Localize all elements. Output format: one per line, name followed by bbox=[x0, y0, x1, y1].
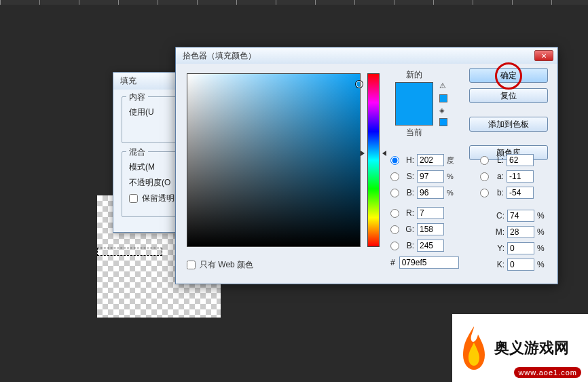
unit-y: % bbox=[537, 244, 544, 253]
warnings: ⚠ ◈ bbox=[439, 81, 447, 126]
new-label: 新的 bbox=[390, 69, 438, 81]
radio-r[interactable] bbox=[390, 209, 399, 218]
hex-input[interactable] bbox=[399, 256, 459, 269]
add-swatch-button[interactable]: 添加到色板 bbox=[469, 117, 548, 132]
radio-bc[interactable] bbox=[390, 242, 399, 250]
web-only-row: 只有 Web 颜色 bbox=[187, 259, 253, 271]
unit-bv: % bbox=[447, 189, 456, 197]
brand-url: www.aoe1.com bbox=[514, 367, 581, 378]
label-m: M: bbox=[495, 227, 504, 237]
label-a: a: bbox=[493, 172, 504, 181]
gamut-swatch[interactable] bbox=[439, 94, 447, 102]
radio-l[interactable] bbox=[480, 156, 489, 165]
web-only-label: 只有 Web 颜色 bbox=[200, 259, 253, 271]
cube-icon[interactable]: ◈ bbox=[439, 107, 447, 114]
ok-button[interactable]: 确定 bbox=[469, 68, 548, 83]
reset-button[interactable]: 复位 bbox=[469, 88, 548, 103]
ruler bbox=[0, 0, 588, 5]
radio-b[interactable] bbox=[480, 189, 489, 197]
input-b[interactable] bbox=[507, 187, 534, 199]
label-h: H: bbox=[403, 155, 414, 165]
hex-row: # bbox=[390, 256, 459, 269]
picker-buttons: 确定 复位 添加到色板 颜色库 bbox=[469, 68, 548, 160]
input-s[interactable] bbox=[417, 170, 444, 183]
label-r: R: bbox=[403, 208, 414, 218]
radio-bv[interactable] bbox=[390, 189, 399, 197]
color-preview: 新的 当前 bbox=[390, 68, 438, 140]
picker-title: 拾色器（填充颜色） bbox=[183, 50, 256, 62]
input-l[interactable] bbox=[507, 154, 534, 166]
label-b: b: bbox=[493, 188, 504, 197]
color-picker-dialog: 拾色器（填充颜色） ✕ 新的 当前 ⚠ ◈ 确定 复位 添加到色板 bbox=[175, 47, 558, 284]
lab-group: L: a: b: bbox=[480, 152, 534, 201]
web-only-checkbox[interactable] bbox=[187, 261, 196, 269]
hue-slider[interactable] bbox=[367, 73, 380, 247]
label-c: C: bbox=[495, 211, 504, 221]
label-bv: B: bbox=[403, 188, 414, 197]
cmyk-group: C:% M:% Y:% K:% bbox=[495, 208, 544, 273]
saturation-value-field[interactable] bbox=[187, 73, 361, 247]
unit-m: % bbox=[537, 227, 544, 237]
radio-a[interactable] bbox=[480, 172, 489, 181]
websafe-swatch[interactable] bbox=[439, 118, 447, 126]
use-label: 使用(U bbox=[129, 107, 154, 118]
input-y[interactable] bbox=[507, 242, 534, 254]
brand-name: 奥义游戏网 bbox=[494, 338, 569, 358]
hex-hash: # bbox=[390, 258, 395, 267]
input-m[interactable] bbox=[507, 226, 534, 238]
close-button[interactable]: ✕ bbox=[534, 50, 553, 61]
fill-content-legend: 内容 bbox=[126, 92, 148, 103]
fill-blend-legend: 混合 bbox=[126, 147, 148, 158]
current-label: 当前 bbox=[390, 127, 438, 138]
label-s: S: bbox=[403, 172, 414, 181]
unit-c: % bbox=[537, 211, 544, 221]
radio-h[interactable] bbox=[390, 156, 399, 165]
swatch-new bbox=[396, 83, 433, 104]
preserve-transparency-checkbox[interactable] bbox=[129, 194, 138, 203]
input-r[interactable] bbox=[417, 207, 444, 219]
opacity-label: 不透明度(O bbox=[129, 177, 170, 189]
gamut-warning-icon[interactable]: ⚠ bbox=[439, 81, 447, 90]
label-l: L: bbox=[493, 155, 504, 165]
radio-s[interactable] bbox=[390, 172, 399, 181]
watermark: 奥义游戏网 www.aoe1.com bbox=[452, 314, 588, 382]
input-bv[interactable] bbox=[417, 187, 444, 199]
label-g: G: bbox=[403, 225, 414, 234]
input-bc[interactable] bbox=[417, 240, 444, 252]
flame-icon bbox=[458, 324, 490, 373]
sv-cursor bbox=[356, 81, 363, 88]
label-k: K: bbox=[495, 260, 504, 269]
input-h[interactable] bbox=[417, 154, 444, 166]
input-k[interactable] bbox=[507, 259, 534, 271]
label-y: Y: bbox=[495, 244, 504, 253]
unit-h: 度 bbox=[447, 155, 456, 166]
unit-s: % bbox=[447, 172, 456, 180]
unit-k: % bbox=[537, 260, 544, 269]
swatch-current[interactable] bbox=[396, 104, 433, 125]
mode-label: 模式(M bbox=[129, 161, 155, 173]
hsb-rgb-group: H:度 S:% B:% R: G: B: bbox=[390, 152, 456, 254]
label-bc: B: bbox=[403, 241, 414, 250]
input-g[interactable] bbox=[417, 223, 444, 235]
input-a[interactable] bbox=[507, 170, 534, 183]
input-c[interactable] bbox=[507, 210, 534, 222]
marquee-selection bbox=[97, 248, 162, 256]
radio-g[interactable] bbox=[390, 225, 399, 234]
